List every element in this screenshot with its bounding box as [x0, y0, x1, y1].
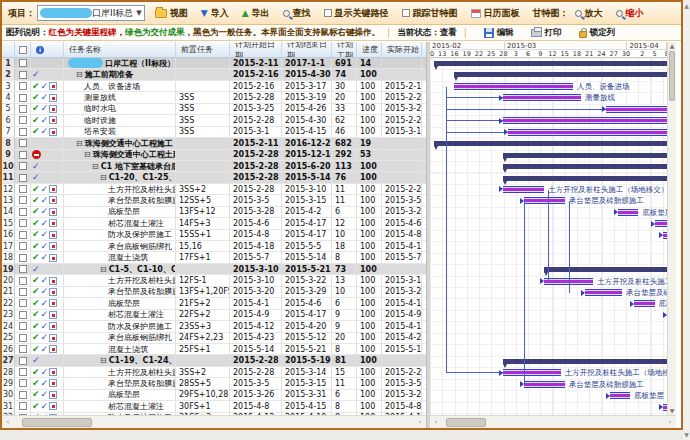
table-row[interactable]: 22✔✓底板垫层21FS+22015-4-12015-4-661002015-4… — [2, 298, 426, 309]
row-checkbox[interactable] — [19, 128, 27, 136]
row-checkbox[interactable] — [19, 94, 27, 102]
table-row[interactable]: 21✔✓承台垫层及砖胎膜施工13FS+1,20FS-32015-3-202015… — [2, 287, 426, 298]
table-row[interactable]: 28✔✓土方开挖及桩柱头施工（场地移交）3SS+22015-2-282015-3… — [2, 367, 426, 378]
scroll-down-icon[interactable]: ▼ — [668, 407, 676, 414]
import-button[interactable]: ▼ 导入 — [201, 7, 229, 20]
row-checkbox[interactable] — [19, 139, 27, 147]
table-row[interactable]: 27✓⊟C1-19、C1-24、C1-292015-2-282015-5-198… — [2, 355, 426, 366]
lock-columns-button[interactable]: 锁定列 — [576, 27, 616, 39]
table-row[interactable]: 18✔✓混凝土浇筑17FS+12015-5-72015-5-1481002015… — [2, 252, 426, 263]
gantt-h-scroll-thumb[interactable] — [446, 418, 486, 427]
collapse-icon[interactable]: ⊟ — [100, 173, 107, 182]
row-checkbox[interactable] — [19, 357, 27, 365]
table-row[interactable]: 14✔✓底板垫层13FS+122015-3-282015-4-261002015… — [2, 207, 426, 218]
show-critical-path-checkbox[interactable]: 显示关键路径 — [324, 7, 389, 20]
page-v-scrollbar[interactable]: ▲ ▼ — [683, 0, 690, 440]
task-bar[interactable] — [618, 209, 638, 216]
row-checkbox[interactable] — [19, 105, 27, 113]
row-checkbox[interactable] — [19, 59, 27, 67]
table-row[interactable]: 16✔✓防水及保护层施工15SS+12015-4-82015-4-1710100… — [2, 230, 426, 241]
table-row[interactable]: 8⊟珠海侧交通中心工程施工2015-2-112016-12-2368219 — [2, 138, 426, 149]
column-header[interactable]: 前置任务 — [176, 42, 230, 57]
table-row[interactable]: 25✔✓承台底板钢筋绑扎24FS+2,232015-4-232015-5-122… — [2, 333, 426, 344]
table-h-scroll-thumb[interactable] — [22, 418, 92, 427]
print-button[interactable]: 打印 — [528, 27, 562, 39]
column-header[interactable] — [15, 42, 31, 57]
table-row[interactable]: 7✔✓塔吊安装3SS2015-3-12015-4-15461002015-3-1 — [2, 127, 426, 138]
select-all-checkbox[interactable] — [19, 46, 27, 54]
scroll-left-icon[interactable]: ‹ — [430, 418, 442, 426]
collapse-icon[interactable]: ⊟ — [84, 150, 91, 159]
table-row[interactable]: 30✔✓底板垫层29FS+10,282015-3-262015-3-316100… — [2, 390, 426, 401]
collapse-icon[interactable]: ⊟ — [76, 70, 83, 79]
row-checkbox[interactable] — [19, 116, 27, 124]
task-bar[interactable] — [610, 392, 630, 399]
task-bar[interactable] — [585, 289, 622, 296]
column-header[interactable]: 进度 — [357, 42, 382, 57]
table-row[interactable]: 9⊟珠海侧交通中心工程土建结构2015-2-282015-12-1629253 — [2, 150, 426, 161]
gantt-v-scroll-thumb[interactable] — [669, 51, 675, 101]
row-checkbox[interactable] — [19, 288, 27, 296]
row-checkbox[interactable] — [19, 368, 27, 376]
row-checkbox[interactable] — [19, 322, 27, 330]
task-bar[interactable] — [503, 94, 581, 101]
summary-bar[interactable] — [454, 72, 667, 77]
summary-bar[interactable] — [503, 164, 667, 169]
find-button[interactable]: 查找 — [283, 7, 311, 20]
row-checkbox[interactable] — [19, 219, 27, 227]
table-row[interactable]: 19✓⊟C1-5、C1-10、C1-152015-3-102015-5-2173… — [2, 264, 426, 275]
column-header[interactable]: 计划开始日期 — [230, 42, 282, 57]
row-checkbox[interactable] — [19, 162, 27, 170]
row-checkbox[interactable] — [19, 231, 27, 239]
row-checkbox[interactable] — [19, 174, 27, 182]
row-checkbox[interactable] — [19, 334, 27, 342]
table-row[interactable]: 15✔✓桩芯混凝土灌注14FS+32015-4-62015-4-17121002… — [2, 218, 426, 229]
table-row[interactable]: 5✔✓临时水电3SS2015-3-252015-4-26331002015-3-… — [2, 104, 426, 115]
table-row[interactable]: 31✔✓桩芯混凝土灌注30FS+12015-4-82015-4-15810020… — [2, 401, 426, 412]
row-checkbox[interactable] — [19, 208, 27, 216]
row-checkbox[interactable] — [19, 379, 27, 387]
column-header[interactable]: 计划工期 — [332, 42, 357, 57]
scroll-right-icon[interactable]: › — [414, 418, 426, 426]
task-bar[interactable] — [503, 117, 667, 124]
row-checkbox[interactable] — [19, 277, 27, 285]
task-bar[interactable] — [503, 186, 544, 193]
column-header[interactable] — [2, 42, 15, 57]
row-checkbox[interactable] — [19, 265, 27, 273]
checkbox-icon[interactable] — [324, 9, 332, 17]
row-checkbox[interactable] — [19, 299, 27, 307]
scroll-down-icon[interactable]: ▼ — [683, 431, 690, 438]
row-checkbox[interactable] — [19, 345, 27, 353]
table-row[interactable]: 10✓⊟C1 地下室基础承台底板2015-2-282015-6-20113100 — [2, 161, 426, 172]
summary-bar[interactable] — [503, 153, 667, 158]
summary-bar[interactable] — [544, 267, 667, 272]
table-row[interactable]: 17✔✓承台底板钢筋绑扎15,162015-4-182015-5-5181002… — [2, 241, 426, 252]
project-select[interactable]: 口岸II标总 ▼ — [37, 5, 145, 21]
row-checkbox[interactable] — [19, 402, 27, 410]
summary-bar[interactable] — [503, 359, 667, 364]
column-header[interactable]: 实际开始 — [382, 42, 422, 57]
checkbox-icon[interactable] — [402, 9, 410, 17]
calendar-panel-button[interactable]: 日历面板 — [471, 7, 520, 20]
table-row[interactable]: 23✔✓桩芯混凝土灌注22FS+22015-4-92015-4-17910020… — [2, 310, 426, 321]
table-row[interactable]: 6✔✓临时设施3SS2015-2-282015-4-30621002015-2-… — [2, 115, 426, 126]
table-row[interactable]: 13✔✓承台垫层及砖胎膜施工12SS+52015-3-52015-3-15111… — [2, 195, 426, 206]
table-row[interactable]: 29✔✓承台垫层及砖胎膜施工28SS+52015-3-52015-3-15111… — [2, 378, 426, 389]
view-button[interactable]: 视图 — [155, 7, 188, 20]
scroll-left-icon[interactable]: ‹ — [2, 418, 14, 426]
table-row[interactable]: 20✔✓土方开挖及桩柱头施工（场地移交）12FS-12015-3-102015-… — [2, 275, 426, 286]
row-checkbox[interactable] — [19, 311, 27, 319]
gantt-zoom-out-button[interactable]: 缩小 — [616, 7, 644, 20]
task-bar[interactable] — [606, 106, 667, 113]
gantt-zoom-in-button[interactable]: 放大 — [575, 7, 603, 20]
column-header[interactable]: 计划结束日期 — [282, 42, 332, 57]
row-checkbox[interactable] — [19, 151, 27, 159]
row-checkbox[interactable] — [19, 254, 27, 262]
task-bar[interactable] — [508, 129, 667, 136]
summary-bar[interactable] — [434, 141, 667, 146]
table-row[interactable]: 1口岸工程（II标段）2015-2-112017-1-169114 — [2, 58, 426, 69]
column-header[interactable]: i — [31, 42, 64, 57]
row-checkbox[interactable] — [19, 196, 27, 204]
gantt-v-scrollbar[interactable]: ▲ ▼ — [667, 42, 676, 415]
row-checkbox[interactable] — [19, 82, 27, 90]
